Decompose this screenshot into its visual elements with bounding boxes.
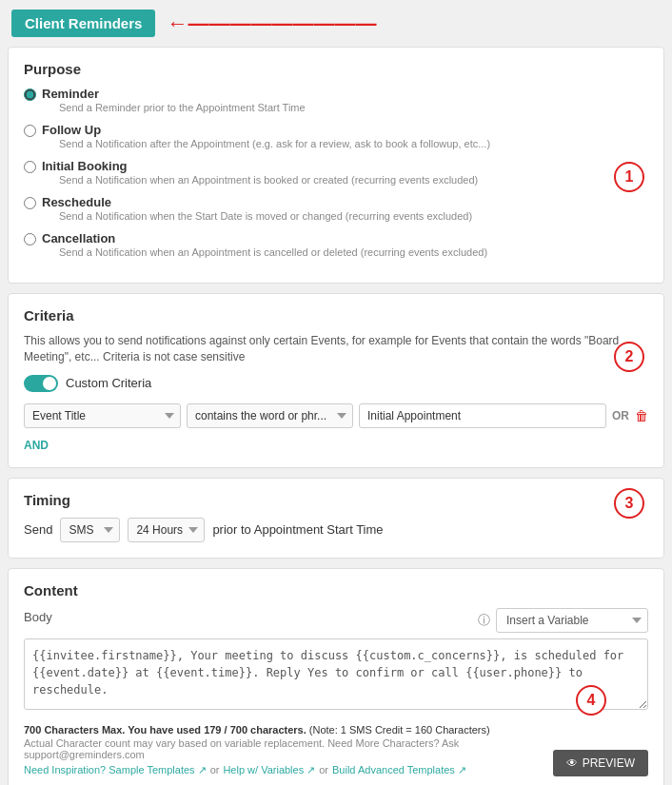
step-number-4: 4 — [576, 685, 606, 716]
purpose-section: Purpose Reminder Send a Reminder prior t… — [8, 47, 664, 284]
step-number-2: 2 — [614, 342, 644, 372]
and-link-container: AND — [24, 438, 648, 452]
body-header: Body ⓘ Insert a Variable — [24, 608, 648, 633]
page-wrapper: Client Reminders ←————————— Purpose Remi… — [0, 0, 672, 785]
initialbooking-label[interactable]: Initial Booking — [42, 159, 128, 173]
char-count-row: 700 Characters Max. You have used 179 / … — [24, 724, 553, 736]
content-footer: 700 Characters Max. You have used 179 / … — [24, 718, 648, 776]
header-bar: Client Reminders ←————————— — [0, 0, 672, 47]
initialbooking-sublabel: Send a Notification when an Appointment … — [59, 174, 478, 186]
header-title: Client Reminders — [11, 10, 155, 37]
event-field-select[interactable]: Event Title Event Type Calendar — [24, 403, 181, 428]
toggle-row: Custom Criteria — [24, 375, 648, 392]
timing-section: Timing Send SMS Email Both 24 Hours 1 Ho… — [8, 478, 664, 559]
preview-button[interactable]: 👁 PREVIEW — [553, 750, 648, 776]
criteria-value-input[interactable] — [359, 403, 606, 428]
sep2: or — [319, 764, 328, 775]
radio-option-reschedule: Reschedule Send a Notification when the … — [24, 195, 648, 226]
reschedule-radio[interactable] — [24, 197, 36, 209]
radio-option-cancellation: Cancellation Send a Notification when an… — [24, 231, 648, 262]
radio-option-initialbooking: Initial Booking Send a Notification when… — [24, 159, 648, 189]
criteria-description: This allows you to send notifications ag… — [24, 333, 648, 365]
insert-variable-select[interactable]: Insert a Variable — [496, 608, 648, 633]
sep1: or — [210, 764, 220, 775]
char-note: (Note: 1 SMS Credit = 160 Characters) — [309, 724, 490, 736]
char-count-text: 700 Characters Max. You have used 179 / … — [24, 724, 306, 736]
timing-row: Send SMS Email Both 24 Hours 1 Hour 2 Ho… — [24, 518, 648, 542]
body-textarea[interactable]: {{invitee.firstname}}, Your meeting to d… — [24, 638, 648, 710]
criteria-row: Event Title Event Type Calendar contains… — [24, 403, 648, 428]
custom-criteria-toggle[interactable] — [24, 375, 58, 392]
condition-select[interactable]: contains the word or phr... does not con… — [187, 403, 353, 428]
radio-option-followup: Follow Up Send a Notification after the … — [24, 123, 648, 153]
reschedule-sublabel: Send a Notification when the Start Date … — [59, 210, 472, 222]
criteria-title: Criteria — [24, 307, 648, 324]
reminder-sublabel: Send a Reminder prior to the Appointment… — [59, 102, 306, 113]
method-select[interactable]: SMS Email Both — [60, 518, 120, 542]
followup-sublabel: Send a Notification after the Appointmen… — [59, 138, 490, 149]
or-label: OR — [612, 409, 629, 422]
cancellation-sublabel: Send a Notification when an Appointment … — [59, 246, 487, 258]
initialbooking-radio[interactable] — [24, 161, 36, 173]
body-label: Body — [24, 610, 52, 624]
insert-variable-container: ⓘ Insert a Variable — [478, 608, 648, 633]
toggle-label: Custom Criteria — [66, 376, 151, 390]
help-variables-link[interactable]: Help w/ Variables ↗ — [223, 764, 315, 776]
preview-eye-icon: 👁 — [566, 756, 578, 770]
followup-label[interactable]: Follow Up — [42, 123, 101, 137]
reminder-radio[interactable] — [24, 88, 36, 101]
cancellation-radio[interactable] — [24, 233, 36, 245]
footer-links: Need Inspiration? Sample Templates ↗ or … — [24, 764, 553, 776]
actual-count-row: Actual Character count may vary based on… — [24, 737, 553, 760]
reschedule-label[interactable]: Reschedule — [42, 195, 111, 209]
and-link[interactable]: AND — [24, 439, 49, 452]
step-number-3: 3 — [614, 488, 644, 519]
time-select[interactable]: 24 Hours 1 Hour 2 Hours 48 Hours 1 Week — [128, 518, 205, 542]
build-advanced-link[interactable]: Build Advanced Templates ↗ — [332, 764, 466, 776]
help-icon: ⓘ — [478, 612, 490, 629]
reminder-label[interactable]: Reminder — [42, 87, 99, 101]
delete-criteria-button[interactable]: 🗑 — [635, 408, 648, 423]
content-title: Content — [24, 582, 648, 599]
arrow-icon: ←————————— — [167, 11, 376, 36]
content-section: Content Body ⓘ Insert a Variable {{invit… — [8, 568, 664, 785]
criteria-section: Criteria This allows you to send notific… — [8, 293, 664, 468]
prior-label: prior to Appointment Start Time — [212, 522, 383, 537]
sample-templates-link[interactable]: Need Inspiration? Sample Templates ↗ — [24, 764, 207, 776]
send-label: Send — [24, 522, 52, 537]
step-number-1: 1 — [614, 162, 644, 192]
timing-title: Timing — [24, 492, 648, 508]
cancellation-label[interactable]: Cancellation — [42, 231, 115, 245]
footer-left: 700 Characters Max. You have used 179 / … — [24, 718, 553, 776]
preview-btn-label: PREVIEW — [583, 756, 635, 770]
radio-option-reminder: Reminder Send a Reminder prior to the Ap… — [24, 87, 648, 117]
purpose-title: Purpose — [24, 61, 648, 77]
followup-radio[interactable] — [24, 125, 36, 137]
